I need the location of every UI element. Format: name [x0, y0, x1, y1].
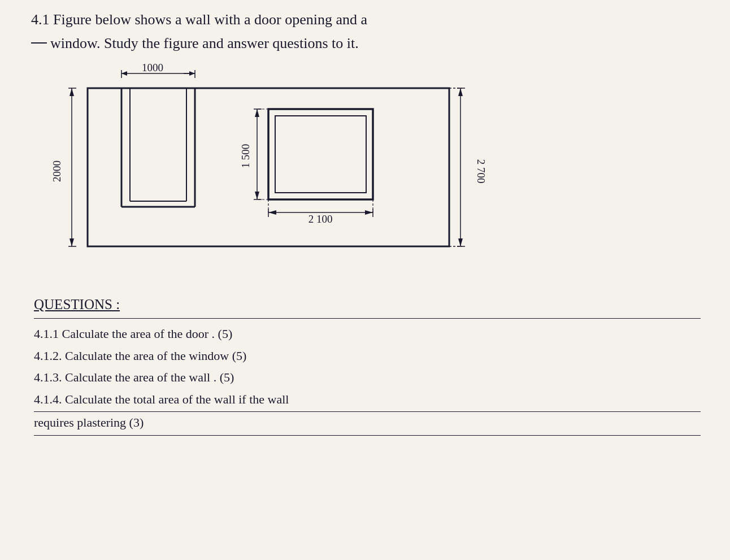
svg-marker-24 [458, 238, 463, 246]
header-text: 4.1 Figure below shows a wall with a doo… [31, 8, 706, 55]
svg-text:2000: 2000 [51, 160, 63, 182]
questions-title: QUESTIONS : [34, 297, 120, 312]
svg-marker-40 [365, 210, 373, 215]
svg-text:2 700: 2 700 [475, 159, 487, 184]
svg-marker-23 [458, 88, 463, 96]
svg-text:2 100: 2 100 [308, 213, 333, 225]
question-4-cont: requires plastering (3) [34, 412, 701, 434]
header-line2: window. Study the figure and answer ques… [50, 32, 359, 55]
question-2: 4.1.2. Calculate the area of the window … [34, 345, 701, 367]
svg-marker-17 [69, 88, 74, 96]
svg-text:1 500: 1 500 [240, 144, 251, 168]
question-3: 4.1.3. Calculate the area of the wall . … [34, 367, 701, 389]
svg-text:1000: 1000 [142, 62, 163, 73]
header-line1: 4.1 Figure below shows a wall with a doo… [31, 8, 706, 32]
svg-rect-8 [275, 116, 366, 193]
diagram-svg: 1000 2000 2 700 1 500 [31, 61, 506, 281]
svg-marker-39 [268, 210, 276, 215]
svg-rect-7 [268, 109, 373, 199]
svg-marker-10 [121, 71, 127, 76]
svg-marker-18 [69, 238, 74, 246]
question-4: 4.1.4. Calculate the total area of the w… [34, 389, 701, 411]
question-1: 4.1.1 Calculate the area of the door . (… [34, 323, 701, 345]
svg-marker-32 [255, 192, 259, 199]
questions-section: QUESTIONS : 4.1.1 Calculate the area of … [34, 297, 701, 436]
svg-marker-31 [255, 109, 259, 117]
